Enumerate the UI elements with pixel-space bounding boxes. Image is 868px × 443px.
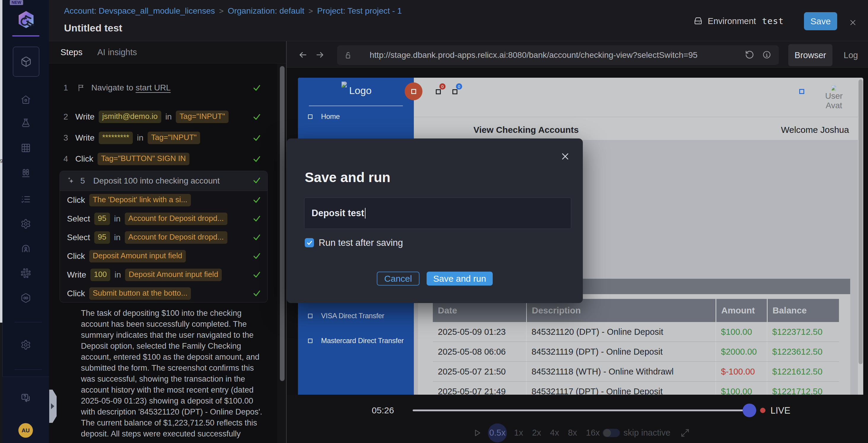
expand-icon[interactable] [680,428,690,438]
bank-nav-visa[interactable]: VISA Direct Transfer [308,312,384,320]
step-number: 3 [63,133,71,143]
substep-row[interactable]: Click The 'Deposit' link with a si... [67,194,191,206]
bank-transactions-table: Date Description Amount Balance 2025-05-… [433,299,839,395]
step-group-header[interactable]: 5 Deposit 100 into checking account [60,171,268,191]
background-page-edge: 9 [0,0,2,323]
bank-page-scrollbar[interactable] [858,78,863,395]
step-row-2[interactable]: 2 Write jsmith@demo.io in Tag="INPUT" [63,107,228,127]
bank-nav-mastercard[interactable]: Mastercard Direct Transfer [308,336,404,345]
step-row-3[interactable]: 3 Write ********* in Tag="INPUT" [63,127,200,148]
substep-row[interactable]: Select 95 in Account for Deposit dropd..… [67,213,227,225]
bank-nav-home[interactable]: Home [308,112,340,121]
speed-option[interactable]: 4x [550,428,559,438]
step-success-icon [253,289,261,297]
sidebar-item-checklist[interactable] [21,194,31,205]
column-header[interactable]: Balance [767,299,839,322]
tab-browser[interactable]: Browser [788,44,832,66]
sidebar-item-home[interactable] [21,94,31,105]
player-progress-bar[interactable] [413,410,749,411]
bank-user-avatar[interactable]: User Avat [825,84,843,110]
tab-steps[interactable]: Steps [60,48,83,57]
step-row-4[interactable]: 4 Click Tag="BUTTON" SIGN IN [63,149,189,169]
step-success-icon [253,113,261,121]
speed-option-active[interactable]: 0.5x [488,423,507,442]
step-action: Select [67,233,90,242]
save-button[interactable]: Save [804,12,837,30]
step-group-5[interactable]: 5 Deposit 100 into checking account Clic… [60,171,268,302]
close-editor-button[interactable] [849,19,856,26]
user-avatar[interactable]: AU [19,423,33,438]
sidebar-item-lab[interactable] [21,118,31,128]
tab-ai-insights[interactable]: AI insights [97,48,137,57]
ai-sparkle-icon [66,176,76,186]
bank-notification-bubble[interactable] [405,83,423,100]
skip-inactive-label: skip inactive [623,428,670,438]
substep-row[interactable]: Write 100 in Deposit Amount input field [67,269,222,281]
checkbox-icon[interactable] [453,89,458,94]
step-number: 4 [63,154,71,164]
speed-option[interactable]: 8x [568,428,577,438]
dialog-close-icon[interactable] [561,152,569,160]
substep-row[interactable]: Select 95 in Account for Deposit dropd..… [67,232,227,243]
sidebar-item-links[interactable] [21,293,31,303]
cancel-button[interactable]: Cancel [377,272,420,286]
background-page-digit: 9 [0,158,2,164]
breadcrumb-project[interactable]: Project: Test project - 1 [317,6,402,16]
tab-log[interactable]: Log [837,44,864,66]
speed-option[interactable]: 1x [514,428,523,438]
start-url-link[interactable]: start URL [135,83,170,92]
help-chat-icon [21,392,31,404]
step-value-chip: jsmith@demo.io [99,111,161,123]
package-icon [21,56,32,67]
substep-row[interactable]: Click Submit button at the botto... [67,288,191,299]
table-row[interactable]: 2025-05-08 06:06 845321119 (DPT) - Onlin… [433,342,839,362]
help-button[interactable] [21,392,31,403]
sidebar-item-tests-active[interactable] [13,47,39,77]
bank-page-scrollbar-thumb[interactable] [859,80,863,364]
sidebar-item-admin-settings[interactable] [21,339,31,350]
speed-option[interactable]: 16x [586,428,600,438]
test-name-input[interactable]: Deposit test [304,198,571,229]
breadcrumb-organization[interactable]: Organization: default [228,6,304,16]
refresh-icon[interactable] [745,50,754,60]
step-text: Navigate to start URL [91,83,171,92]
app-logo[interactable] [17,10,36,29]
bank-page-title: View Checking Accounts [473,125,579,135]
play-icon[interactable] [473,429,482,437]
environment-selector[interactable]: Environment test [693,12,784,30]
bank-nav-label: VISA Direct Transfer [321,312,384,320]
rail-divider [14,322,42,322]
table-row[interactable]: 2025-05-07 21:50 845321118 (WTH) - Onlin… [433,362,839,382]
steps-scrollbar[interactable] [280,66,285,381]
sidebar-item-integrations[interactable] [21,268,31,278]
step-selector-chip: Tag="INPUT" [148,132,200,144]
forward-icon[interactable] [315,50,324,60]
cell-balance: $1223712.50 [767,322,839,342]
checkbox-icon-blue[interactable] [799,89,804,94]
table-row[interactable]: 2025-05-07 21:49 845321117 (DPT) - Onlin… [433,382,839,395]
sidebar-item-columns[interactable] [21,168,31,178]
back-icon[interactable] [298,50,308,60]
skip-inactive-toggle[interactable] [603,429,620,437]
player-progress-knob[interactable] [743,404,756,417]
info-icon[interactable] [762,50,771,59]
step-selector-chip: Submit button at the botto... [89,287,191,300]
speed-option[interactable]: 2x [532,428,541,438]
sidebar-item-grid[interactable] [21,143,31,153]
run-after-save-checkbox[interactable] [305,238,314,247]
step-row-1[interactable]: 1 Navigate to start URL [63,78,171,98]
save-and-run-button[interactable]: Save and run [427,272,493,286]
table-row[interactable]: 2025-05-09 01:23 845321120 (DPT) - Onlin… [433,322,839,342]
checkbox-icon[interactable] [436,89,441,94]
column-header[interactable]: Amount [716,299,767,322]
substep-row[interactable]: Click Deposit Amount input field [67,250,186,262]
broken-icon-placeholder [411,89,416,94]
sidebar-item-agent[interactable] [21,243,31,254]
url-bar[interactable]: http://stage.dbank.prod-apps.relicx.ai:8… [337,46,779,65]
bank-logo-alt-text: Logo [349,85,372,96]
dialog-title: Save and run [305,169,391,185]
sidebar-item-settings[interactable] [21,218,31,229]
bank-sidebar-divider [309,106,403,106]
breadcrumb-account[interactable]: Account: Devspace_all_module_licenses [64,6,215,16]
notification-badge-blue: 0 [456,83,462,90]
